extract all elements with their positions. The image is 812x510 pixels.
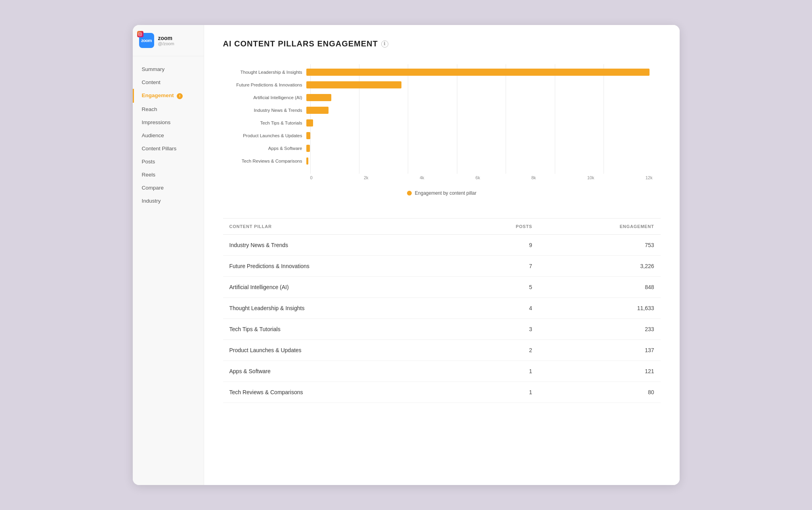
table-cell-engagement: 3,226 [539, 256, 661, 277]
sidebar-nav: Summary Content Engagement ! Reach Impre… [133, 56, 204, 214]
bar-label: Future Predictions & Innovations [223, 82, 306, 87]
sidebar-item-impressions[interactable]: Impressions [133, 116, 204, 129]
x-axis-label: 8k [531, 175, 536, 180]
bar-fill [306, 69, 650, 76]
chart-area: Thought Leadership & InsightsFuture Pred… [223, 64, 661, 186]
x-axis-label: 10k [587, 175, 594, 180]
table-cell-pillar: Apps & Software [223, 361, 464, 382]
sidebar-brand: zoom @/zoom [158, 35, 174, 46]
col-header-engagement: ENGAGEMENT [539, 219, 661, 235]
bar-row: Apps & Software [223, 142, 661, 155]
brand-handle: @/zoom [158, 41, 174, 46]
logo-text: zoom [141, 38, 152, 43]
brand-logo: zoom [139, 33, 154, 48]
bar-row: Future Predictions & Innovations [223, 79, 661, 91]
table-cell-posts: 1 [463, 361, 539, 382]
sidebar-item-engagement[interactable]: Engagement ! [133, 89, 204, 103]
table-row: Future Predictions & Innovations73,226 [223, 256, 661, 277]
table-cell-pillar: Tech Reviews & Comparisons [223, 382, 464, 403]
sidebar-item-industry[interactable]: Industry [133, 194, 204, 207]
bar-fill [306, 119, 313, 127]
sidebar-item-reach[interactable]: Reach [133, 103, 204, 116]
bar-row: Tech Tips & Tutorials [223, 117, 661, 129]
table-row: Apps & Software1121 [223, 361, 661, 382]
bar-row: Tech Reviews & Comparisons [223, 155, 661, 167]
x-axis-label: 0 [310, 175, 313, 180]
main-content: AI CONTENT PILLARS ENGAGEMENT ℹ Thought … [204, 25, 680, 485]
table-cell-engagement: 11,633 [539, 298, 661, 319]
table-cell-posts: 5 [463, 277, 539, 298]
table-cell-posts: 1 [463, 382, 539, 403]
table-cell-engagement: 137 [539, 340, 661, 361]
bar-fill [306, 94, 331, 101]
chart-legend: Engagement by content pillar [223, 190, 661, 196]
brand-name: zoom [158, 35, 174, 41]
page-title: AI CONTENT PILLARS ENGAGEMENT ℹ [223, 39, 661, 48]
table-body: Industry News & Trends9753Future Predict… [223, 235, 661, 403]
sidebar-item-compare[interactable]: Compare [133, 181, 204, 194]
x-axis-label: 4k [420, 175, 424, 180]
table-cell-posts: 9 [463, 235, 539, 256]
x-axis-label: 6k [476, 175, 480, 180]
bar-fill [306, 145, 310, 152]
table-cell-posts: 4 [463, 298, 539, 319]
bar-row: Product Launches & Updates [223, 129, 661, 142]
sidebar-item-content-pillars[interactable]: Content Pillars [133, 142, 204, 155]
bar-row: Thought Leadership & Insights [223, 66, 661, 79]
info-icon[interactable]: ℹ [381, 40, 388, 48]
x-axis-label: 2k [364, 175, 369, 180]
table-row: Artificial Intelligence (AI)5848 [223, 277, 661, 298]
bar-label: Tech Reviews & Comparisons [223, 159, 306, 163]
table-row: Tech Reviews & Comparisons180 [223, 382, 661, 403]
bar-label: Industry News & Trends [223, 108, 306, 113]
engagement-badge: ! [177, 93, 183, 99]
bar-label: Thought Leadership & Insights [223, 70, 306, 75]
sidebar-header: zoom zoom @/zoom [133, 25, 204, 56]
bar-fill [306, 81, 401, 88]
table-cell-engagement: 753 [539, 235, 661, 256]
table-cell-engagement: 848 [539, 277, 661, 298]
bar-fill [306, 107, 329, 114]
table-cell-engagement: 233 [539, 319, 661, 340]
sidebar: zoom zoom @/zoom Summary Content Engagem… [133, 25, 204, 485]
sidebar-item-posts[interactable]: Posts [133, 155, 204, 168]
table-cell-pillar: Tech Tips & Tutorials [223, 319, 464, 340]
table-row: Thought Leadership & Insights411,633 [223, 298, 661, 319]
x-axis-label: 12k [646, 175, 653, 180]
bar-label: Tech Tips & Tutorials [223, 121, 306, 125]
table-cell-posts: 2 [463, 340, 539, 361]
bar-row: Industry News & Trends [223, 104, 661, 117]
sidebar-item-content[interactable]: Content [133, 76, 204, 89]
table-row: Industry News & Trends9753 [223, 235, 661, 256]
chart-container: Thought Leadership & InsightsFuture Pred… [223, 61, 661, 199]
sidebar-item-reels[interactable]: Reels [133, 168, 204, 181]
bar-label: Artificial Intelligence (AI) [223, 95, 306, 100]
legend-dot [407, 191, 412, 196]
table-cell-pillar: Thought Leadership & Insights [223, 298, 464, 319]
bar-label: Product Launches & Updates [223, 133, 306, 138]
app-container: zoom zoom @/zoom Summary Content Engagem… [133, 25, 680, 485]
table-cell-pillar: Artificial Intelligence (AI) [223, 277, 464, 298]
col-header-pillar: CONTENT PILLAR [223, 219, 464, 235]
instagram-badge [137, 31, 143, 37]
table-cell-posts: 7 [463, 256, 539, 277]
bar-fill [306, 132, 310, 139]
table-row: Product Launches & Updates2137 [223, 340, 661, 361]
sidebar-item-audience[interactable]: Audience [133, 129, 204, 142]
col-header-posts: POSTS [463, 219, 539, 235]
table-header: CONTENT PILLAR POSTS ENGAGEMENT [223, 219, 661, 235]
bar-fill [306, 157, 309, 165]
table-cell-pillar: Future Predictions & Innovations [223, 256, 464, 277]
bar-row: Artificial Intelligence (AI) [223, 91, 661, 104]
sidebar-item-summary[interactable]: Summary [133, 63, 204, 76]
legend-label: Engagement by content pillar [415, 190, 476, 196]
table-cell-pillar: Industry News & Trends [223, 235, 464, 256]
table-cell-engagement: 121 [539, 361, 661, 382]
table-cell-engagement: 80 [539, 382, 661, 403]
table-cell-posts: 3 [463, 319, 539, 340]
bar-label: Apps & Software [223, 146, 306, 151]
table-cell-pillar: Product Launches & Updates [223, 340, 464, 361]
table-row: Tech Tips & Tutorials3233 [223, 319, 661, 340]
data-table: CONTENT PILLAR POSTS ENGAGEMENT Industry… [223, 218, 661, 403]
